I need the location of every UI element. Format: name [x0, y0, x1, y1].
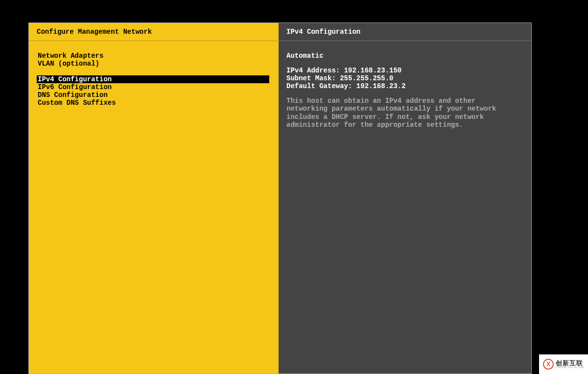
- config-mode: Automatic: [286, 52, 523, 60]
- menu-group-config: IPv4 Configuration IPv6 Configuration DN…: [37, 75, 271, 107]
- subnet-mask-row: Subnet Mask: 255.255.255.0: [286, 74, 523, 82]
- gateway-value: 192.168.23.2: [356, 82, 406, 90]
- right-panel-body: Automatic IPv4 Address: 192.168.23.150 S…: [279, 41, 531, 137]
- left-panel-title: Configure Management Network: [29, 23, 279, 41]
- right-panel-title: IPv4 Configuration: [279, 23, 531, 41]
- menu-item-vlan[interactable]: VLAN (optional): [37, 60, 271, 68]
- watermark: X 创新互联 CHUANG XIN HU LIAN: [539, 354, 588, 374]
- watermark-logo-icon: X: [543, 359, 554, 370]
- watermark-en: CHUANG XIN HU LIAN: [556, 366, 584, 369]
- menu-item-dns-config[interactable]: DNS Configuration: [37, 91, 271, 99]
- watermark-text: 创新互联 CHUANG XIN HU LIAN: [556, 360, 584, 369]
- ipv4-address-row: IPv4 Address: 192.168.23.150: [286, 67, 523, 74]
- menu-item-custom-dns[interactable]: Custom DNS Suffixes: [37, 99, 271, 107]
- menu-item-network-adapters[interactable]: Network Adapters: [37, 52, 271, 60]
- subnet-mask-value: 255.255.255.0: [340, 74, 393, 82]
- left-panel: Configure Management Network Network Ada…: [29, 23, 279, 374]
- right-panel: IPv4 Configuration Automatic IPv4 Addres…: [279, 23, 531, 374]
- menu-item-ipv6-config[interactable]: IPv6 Configuration: [37, 83, 271, 91]
- menu-item-ipv4-config[interactable]: IPv4 Configuration: [37, 75, 269, 83]
- subnet-mask-label: Subnet Mask:: [286, 74, 340, 82]
- left-menu: Network Adapters VLAN (optional) IPv4 Co…: [29, 41, 279, 123]
- gateway-label: Default Gateway:: [286, 82, 356, 90]
- gateway-row: Default Gateway: 192.168.23.2: [286, 82, 523, 90]
- console-frame: Configure Management Network Network Ada…: [28, 23, 532, 374]
- ipv4-address-label: IPv4 Address:: [286, 67, 344, 74]
- menu-group-network: Network Adapters VLAN (optional): [37, 52, 271, 68]
- config-description: This host can obtain an IPv4 address and…: [286, 97, 517, 128]
- ipv4-address-value: 192.168.23.150: [344, 67, 402, 74]
